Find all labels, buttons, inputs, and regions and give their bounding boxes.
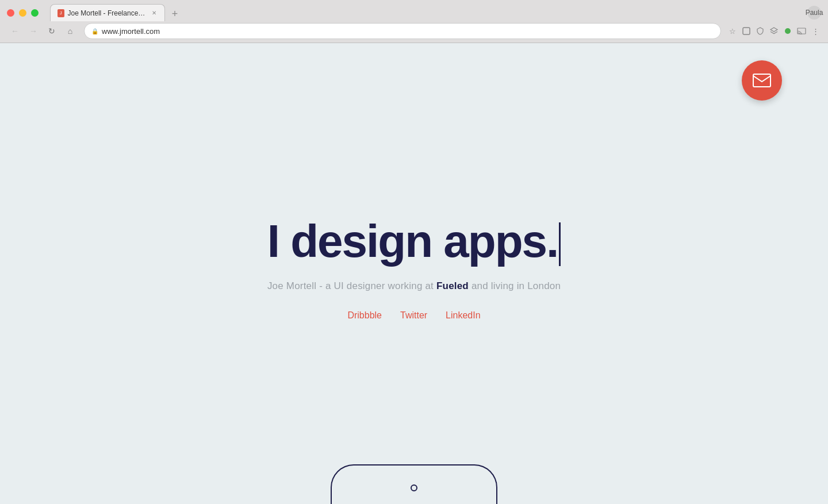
- title-bar: J Joe Mortell - Freelance UI Des ✕ + Pau…: [0, 0, 828, 21]
- scroll-down-button[interactable]: [331, 464, 497, 504]
- new-tab-button[interactable]: +: [167, 6, 182, 21]
- bookmark-icon[interactable]: ☆: [727, 25, 738, 37]
- scroll-dot-icon: [411, 484, 417, 491]
- home-button[interactable]: ⌂: [62, 23, 78, 39]
- close-button[interactable]: [7, 9, 14, 17]
- dribbble-link[interactable]: Dribbble: [347, 310, 382, 321]
- tab-close-button[interactable]: ✕: [151, 9, 158, 17]
- toolbar: ← → ↻ ⌂ 🔒 www.jmortell.com ☆ ⋮: [0, 21, 828, 43]
- minimize-button[interactable]: [19, 9, 26, 17]
- address-bar[interactable]: 🔒 www.jmortell.com: [84, 23, 721, 39]
- shield-icon[interactable]: [754, 25, 766, 37]
- toolbar-right: ☆ ⋮: [727, 25, 821, 37]
- hero-section: I design apps. Joe Mortell - a UI design…: [267, 216, 561, 321]
- tabs-row: J Joe Mortell - Freelance UI Des ✕ +: [50, 4, 807, 21]
- traffic-lights: [7, 9, 39, 17]
- social-links: Dribbble Twitter LinkedIn: [267, 310, 561, 321]
- menu-icon[interactable]: ⋮: [810, 25, 821, 37]
- layers-icon[interactable]: [768, 25, 780, 37]
- extensions-icon[interactable]: [782, 25, 793, 37]
- active-tab[interactable]: J Joe Mortell - Freelance UI Des ✕: [50, 4, 165, 21]
- page-content: I design apps. Joe Mortell - a UI design…: [0, 43, 828, 504]
- back-button[interactable]: ←: [7, 23, 23, 39]
- twitter-link[interactable]: Twitter: [400, 310, 427, 321]
- address-text: www.jmortell.com: [102, 27, 714, 36]
- svg-point-1: [785, 28, 791, 34]
- tab-title: Joe Mortell - Freelance UI Des: [68, 9, 145, 17]
- scroll-button-wrapper: [331, 464, 497, 504]
- svg-rect-0: [743, 28, 750, 34]
- refresh-button[interactable]: ↻: [44, 23, 60, 39]
- subtitle: Joe Mortell - a UI designer working at F…: [267, 280, 561, 292]
- cast-icon[interactable]: [796, 25, 807, 37]
- browser-chrome: J Joe Mortell - Freelance UI Des ✕ + Pau…: [0, 0, 828, 43]
- headline: I design apps.: [267, 216, 561, 267]
- brand-name: Fueled: [436, 280, 469, 291]
- user-avatar[interactable]: Paula: [807, 6, 821, 20]
- email-fab-button[interactable]: [742, 60, 782, 101]
- svg-rect-3: [753, 74, 770, 87]
- pocket-icon[interactable]: [741, 25, 752, 37]
- fullscreen-button[interactable]: [31, 9, 39, 17]
- text-cursor: [559, 222, 561, 266]
- lock-icon: 🔒: [91, 28, 98, 34]
- linkedin-link[interactable]: LinkedIn: [446, 310, 481, 321]
- tab-favicon: J: [57, 9, 64, 17]
- forward-button[interactable]: →: [25, 23, 41, 39]
